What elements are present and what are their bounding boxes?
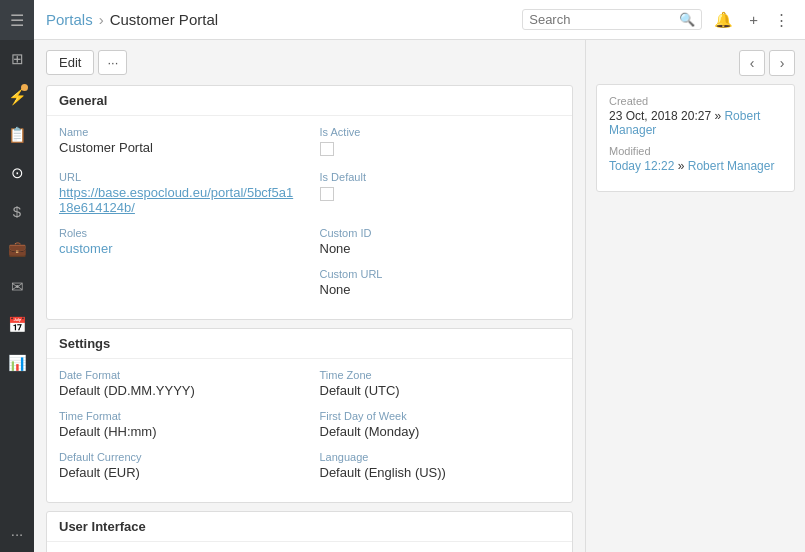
created-label: Created [609, 95, 782, 107]
settings-panel: Settings Date Format Default (DD.MM.YYYY… [46, 328, 573, 503]
sidebar-finance-icon[interactable]: $ [0, 192, 34, 230]
sidebar-email-icon[interactable]: ✉ [0, 268, 34, 306]
notifications-icon[interactable]: 🔔 [710, 9, 737, 31]
created-sep: » [714, 109, 724, 123]
url-value: https://base.espocloud.eu/portal/5bcf5a1… [59, 185, 300, 215]
language-label: Language [320, 451, 561, 463]
meta-nav: ‹ › [596, 50, 795, 76]
sidebar-calendar-icon[interactable]: 📅 [0, 306, 34, 344]
name-label: Name [59, 126, 300, 138]
sidebar-menu-icon[interactable]: ☰ [0, 0, 34, 40]
more-button[interactable]: ··· [98, 50, 127, 75]
search-input[interactable] [529, 12, 679, 27]
topbar-left: Portals › Customer Portal [46, 11, 522, 28]
settings-panel-body: Date Format Default (DD.MM.YYYY) Time Zo… [47, 359, 572, 502]
currency-value: Default (EUR) [59, 465, 300, 480]
date-format-field: Date Format Default (DD.MM.YYYY) [59, 369, 300, 398]
roles-field: Roles customer [59, 227, 300, 256]
custom-url-field [59, 268, 300, 297]
modified-value: Today 12:22 » Robert Manager [609, 159, 782, 173]
custom-id-field: Custom ID None [320, 227, 561, 256]
custom-url-label: Custom URL [320, 268, 561, 280]
timezone-value: Default (UTC) [320, 383, 561, 398]
search-box[interactable]: 🔍 [522, 9, 702, 30]
action-bar: Edit ··· [46, 50, 573, 75]
timezone-field: Time Zone Default (UTC) [320, 369, 561, 398]
timezone-label: Time Zone [320, 369, 561, 381]
name-isactive-row: Name Customer Portal Is Active [59, 126, 560, 159]
custom-id-label: Custom ID [320, 227, 561, 239]
content-area: Edit ··· General Name Customer Portal Is… [34, 40, 805, 552]
date-format-label: Date Format [59, 369, 300, 381]
modified-label: Modified [609, 145, 782, 157]
timeformat-firstday-row: Time Format Default (HH:mm) First Day of… [59, 410, 560, 439]
ui-panel-title: User Interface [47, 512, 572, 542]
url-label: URL [59, 171, 300, 183]
topbar: Portals › Customer Portal 🔍 🔔 + ⋮ [34, 0, 805, 40]
sidebar-reports-icon[interactable]: 📊 [0, 344, 34, 382]
search-icon[interactable]: 🔍 [679, 12, 695, 27]
is-active-value [320, 140, 561, 159]
date-timezone-row: Date Format Default (DD.MM.YYYY) Time Zo… [59, 369, 560, 398]
sidebar-records-icon[interactable]: 📋 [0, 116, 34, 154]
is-active-label: Is Active [320, 126, 561, 138]
edit-button[interactable]: Edit [46, 50, 94, 75]
time-format-label: Time Format [59, 410, 300, 422]
first-day-value: Default (Monday) [320, 424, 561, 439]
next-button[interactable]: › [769, 50, 795, 76]
is-default-label: Is Default [320, 171, 561, 183]
is-default-checkbox[interactable] [320, 187, 334, 201]
time-format-value: Default (HH:mm) [59, 424, 300, 439]
left-panel: Edit ··· General Name Customer Portal Is… [34, 40, 585, 552]
modified-by[interactable]: Robert Manager [688, 159, 775, 173]
ui-panel: User Interface Logo EspoCRM The [46, 511, 573, 552]
roles-label: Roles [59, 227, 300, 239]
is-default-field: Is Default [320, 171, 561, 215]
general-panel-title: General [47, 86, 572, 116]
general-panel: General Name Customer Portal Is Active [46, 85, 573, 320]
is-active-field: Is Active [320, 126, 561, 159]
currency-language-row: Default Currency Default (EUR) Language … [59, 451, 560, 480]
roles-customid-row: Roles customer Custom ID None [59, 227, 560, 256]
created-value: 23 Oct, 2018 20:27 » Robert Manager [609, 109, 782, 137]
add-icon[interactable]: + [745, 9, 762, 30]
main-content: Portals › Customer Portal 🔍 🔔 + ⋮ Edit ·… [34, 0, 805, 552]
options-icon[interactable]: ⋮ [770, 9, 793, 31]
time-format-field: Time Format Default (HH:mm) [59, 410, 300, 439]
name-field: Name Customer Portal [59, 126, 300, 159]
url-field: URL https://base.espocloud.eu/portal/5bc… [59, 171, 300, 215]
breadcrumb: Portals › Customer Portal [46, 11, 218, 28]
general-panel-body: Name Customer Portal Is Active URL [47, 116, 572, 319]
is-active-checkbox[interactable] [320, 142, 334, 156]
modified-sep: » [678, 159, 688, 173]
sidebar-portal-icon[interactable]: ⊙ [0, 154, 34, 192]
roles-link[interactable]: customer [59, 241, 112, 256]
roles-value: customer [59, 241, 300, 256]
modified-date: Today 12:22 [609, 159, 674, 173]
currency-label: Default Currency [59, 451, 300, 463]
sidebar-activity-icon[interactable]: ⚡ [0, 78, 34, 116]
right-panel: ‹ › Created 23 Oct, 2018 20:27 » Robert … [585, 40, 805, 552]
url-link[interactable]: https://base.espocloud.eu/portal/5bcf5a1… [59, 185, 293, 215]
custom-url-field2: Custom URL None [320, 268, 561, 297]
custom-url-value: None [320, 282, 561, 297]
breadcrumb-sep: › [99, 11, 104, 28]
settings-panel-title: Settings [47, 329, 572, 359]
sidebar: ☰ ⊞ ⚡ 📋 ⊙ $ 💼 ✉ 📅 📊 ··· [0, 0, 34, 552]
first-day-field: First Day of Week Default (Monday) [320, 410, 561, 439]
prev-button[interactable]: ‹ [739, 50, 765, 76]
breadcrumb-current: Customer Portal [110, 11, 218, 28]
first-day-label: First Day of Week [320, 410, 561, 422]
sidebar-home-icon[interactable]: ⊞ [0, 40, 34, 78]
ui-panel-body: Logo EspoCRM Theme Default (Vertical Haz… [47, 542, 572, 552]
name-value: Customer Portal [59, 140, 300, 155]
created-date: 23 Oct, 2018 20:27 [609, 109, 711, 123]
breadcrumb-parent[interactable]: Portals [46, 11, 93, 28]
language-value: Default (English (US)) [320, 465, 561, 480]
url-isdefault-row: URL https://base.espocloud.eu/portal/5bc… [59, 171, 560, 215]
topbar-right: 🔍 🔔 + ⋮ [522, 9, 793, 31]
custom-id-value: None [320, 241, 561, 256]
custom-url-row: Custom URL None [59, 268, 560, 297]
sidebar-cases-icon[interactable]: 💼 [0, 230, 34, 268]
sidebar-more-icon[interactable]: ··· [0, 514, 34, 552]
